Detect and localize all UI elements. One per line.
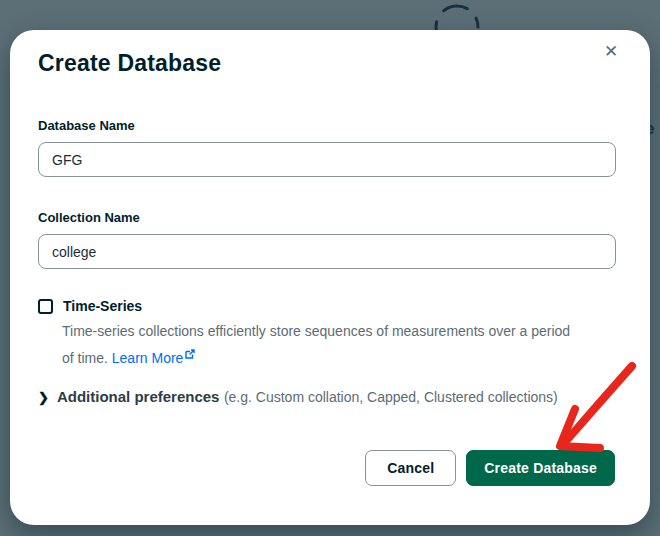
additional-preferences-hint: (e.g. Custom collation, Capped, Clustere…	[224, 389, 558, 405]
collection-name-input[interactable]	[38, 234, 616, 269]
timeseries-row: Time-Series	[38, 298, 142, 314]
external-link-icon[interactable]	[185, 343, 195, 366]
close-icon[interactable]: ✕	[598, 38, 624, 64]
timeseries-description-line2: of time.	[62, 350, 108, 366]
modal-footer: Cancel Create Database	[365, 450, 615, 486]
database-name-input[interactable]	[38, 142, 616, 177]
create-database-modal: ✕ Create Database Database Name Collecti…	[10, 30, 650, 525]
collection-name-label: Collection Name	[38, 210, 140, 225]
timeseries-description: Time-series collections efficiently stor…	[62, 320, 627, 370]
create-database-button[interactable]: Create Database	[466, 450, 615, 486]
timeseries-label[interactable]: Time-Series	[63, 298, 142, 314]
cancel-button[interactable]: Cancel	[365, 450, 456, 486]
chevron-right-icon: ❯	[38, 390, 49, 405]
database-name-label: Database Name	[38, 118, 135, 133]
additional-preferences-toggle[interactable]: ❯Additional preferences (e.g. Custom col…	[38, 388, 558, 406]
timeseries-description-line1: Time-series collections efficiently stor…	[62, 320, 627, 343]
learn-more-link[interactable]: Learn More	[112, 350, 184, 366]
timeseries-checkbox[interactable]	[38, 299, 53, 314]
additional-preferences-label: Additional preferences	[57, 388, 220, 405]
modal-title: Create Database	[38, 50, 221, 77]
